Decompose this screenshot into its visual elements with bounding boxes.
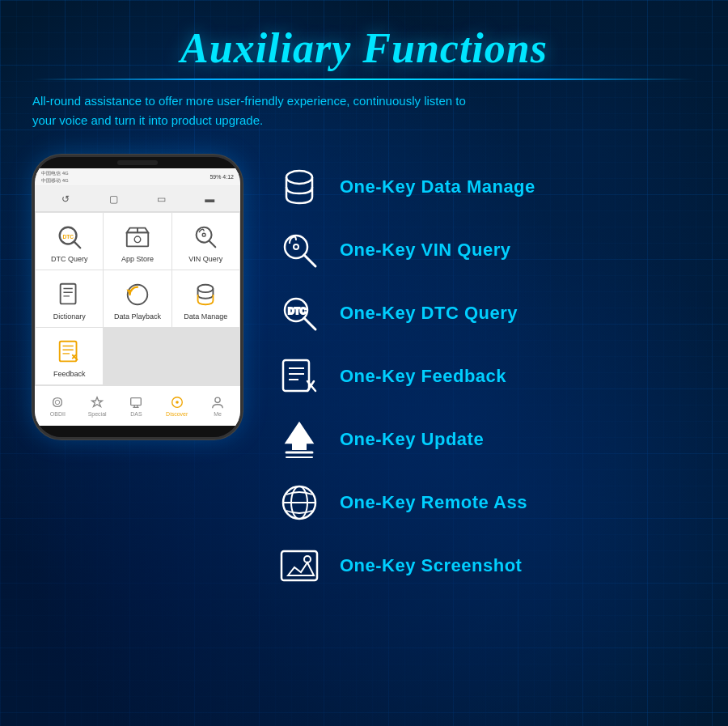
grid-label-dictionary: Dictionary bbox=[53, 312, 86, 321]
svg-rect-3 bbox=[127, 232, 148, 246]
vin-icon bbox=[191, 223, 220, 252]
feature-label-feedback: One-Key Feedback bbox=[340, 366, 506, 387]
appstore-icon bbox=[123, 223, 152, 252]
tab-discover[interactable]: Discover bbox=[166, 395, 188, 417]
grid-label-datamanage: Data Manage bbox=[184, 312, 227, 321]
remote-icon bbox=[275, 478, 324, 527]
feature-update: One-Key Update bbox=[275, 415, 696, 464]
svg-text:DTC: DTC bbox=[288, 306, 307, 316]
feature-screenshot: One-Key Screenshot bbox=[275, 541, 696, 590]
grid-item-playback[interactable]: Data Playback bbox=[104, 270, 171, 327]
feature-label-vin-query: One-Key VIN Query bbox=[340, 240, 510, 261]
grid-label-vin: VIN Query bbox=[188, 255, 222, 263]
svg-point-8 bbox=[203, 233, 206, 236]
phone-container: 中国电信 4G 中国移动 4G 59% 4:12 ↺ ▢ ▭ ▬ bbox=[32, 155, 251, 439]
feature-remote: One-Key Remote Ass bbox=[275, 478, 696, 527]
phone-bottom-bar: OBDII Special bbox=[35, 385, 240, 426]
toolbar-more-icon: ▬ bbox=[202, 192, 217, 206]
grid-item-feedback[interactable]: Feedback bbox=[36, 328, 103, 384]
tab-obdii-label: OBDII bbox=[50, 411, 66, 417]
tab-me[interactable]: Me bbox=[210, 395, 225, 417]
svg-line-28 bbox=[304, 255, 315, 266]
grid-label-playback: Data Playback bbox=[114, 312, 161, 321]
phone-status-right: 59% 4:12 bbox=[210, 174, 234, 180]
feature-dtc-query: DTC One-Key DTC Query bbox=[275, 289, 696, 338]
playback-icon bbox=[123, 280, 152, 309]
phone-toolbar: ↺ ▢ ▭ ▬ bbox=[35, 186, 240, 212]
feature-label-data-manage: One-Key Data Manage bbox=[340, 176, 535, 197]
phone-status-bar: 中国电信 4G 中国移动 4G 59% 4:12 bbox=[35, 168, 240, 186]
feature-label-update: One-Key Update bbox=[340, 429, 484, 450]
dictionary-icon bbox=[55, 280, 84, 309]
title-divider bbox=[32, 79, 696, 80]
feature-data-manage: One-Key Data Manage bbox=[275, 163, 696, 211]
phone-status-left: 中国电信 4G 中国移动 4G bbox=[41, 170, 69, 185]
toolbar-edit-icon: ▢ bbox=[106, 192, 121, 206]
svg-line-31 bbox=[304, 318, 315, 329]
phone-app-grid: DTC DTC Query bbox=[35, 212, 240, 385]
feedback-big-icon bbox=[275, 352, 324, 401]
phone-bottom bbox=[35, 426, 240, 437]
update-icon bbox=[275, 415, 324, 464]
svg-line-1 bbox=[74, 242, 80, 248]
main-layout: 中国电信 4G 中国移动 4G 59% 4:12 ↺ ▢ ▭ ▬ bbox=[32, 155, 696, 590]
screenshot-icon bbox=[275, 541, 324, 590]
feature-label-screenshot: One-Key Screenshot bbox=[340, 555, 522, 576]
phone-top bbox=[35, 157, 240, 168]
svg-rect-40 bbox=[293, 443, 306, 449]
tab-das-label: DAS bbox=[130, 411, 142, 417]
phone-mockup: 中国电信 4G 中国移动 4G 59% 4:12 ↺ ▢ ▭ ▬ bbox=[32, 155, 243, 439]
tab-obdii[interactable]: OBDII bbox=[50, 395, 66, 417]
svg-point-25 bbox=[215, 397, 220, 402]
tab-special-label: Special bbox=[88, 411, 107, 417]
feature-label-dtc-query: One-Key DTC Query bbox=[340, 303, 518, 324]
toolbar-refresh-icon: ↺ bbox=[58, 192, 73, 206]
carrier-2: 中国移动 4G bbox=[41, 177, 69, 185]
grid-item-dtc[interactable]: DTC DTC Query bbox=[36, 213, 103, 270]
grid-item-vin[interactable]: VIN Query bbox=[172, 213, 239, 270]
toolbar-screen-icon: ▭ bbox=[154, 192, 169, 206]
grid-item-datamanage[interactable]: Data Manage bbox=[172, 270, 239, 327]
feature-vin-query: One-Key VIN Query bbox=[275, 226, 696, 274]
grid-label-dtc: DTC Query bbox=[51, 255, 88, 263]
tab-das[interactable]: DAS bbox=[129, 395, 143, 417]
dtc-query-big-icon: DTC bbox=[275, 289, 324, 338]
features-list: One-Key Data Manage One-Key VIN Query bbox=[275, 155, 696, 590]
grid-item-appstore[interactable]: App Store bbox=[104, 213, 171, 270]
tab-special[interactable]: Special bbox=[88, 395, 107, 417]
svg-point-14 bbox=[198, 285, 214, 292]
feedback-icon bbox=[55, 338, 84, 367]
feature-feedback: One-Key Feedback bbox=[275, 352, 696, 401]
grid-label-feedback: Feedback bbox=[53, 370, 86, 378]
phone-screen: 中国电信 4G 中国移动 4G 59% 4:12 ↺ ▢ ▭ ▬ bbox=[35, 168, 240, 426]
svg-line-7 bbox=[210, 241, 216, 248]
page-subtitle: All-round assistance to offer more user-… bbox=[32, 91, 485, 130]
svg-point-29 bbox=[294, 244, 298, 249]
svg-point-26 bbox=[286, 171, 312, 184]
svg-text:DTC: DTC bbox=[62, 234, 74, 240]
dtc-query-icon: DTC bbox=[55, 223, 84, 252]
svg-marker-39 bbox=[286, 423, 312, 443]
tab-discover-label: Discover bbox=[166, 411, 188, 417]
vin-query-icon bbox=[275, 226, 324, 274]
svg-rect-9 bbox=[60, 284, 75, 304]
svg-point-4 bbox=[134, 236, 141, 243]
carrier-1: 中国电信 4G bbox=[41, 170, 69, 177]
svg-rect-33 bbox=[283, 360, 309, 391]
svg-rect-15 bbox=[59, 342, 76, 362]
data-manage-icon bbox=[275, 163, 324, 211]
tab-me-label: Me bbox=[214, 411, 222, 417]
grid-label-appstore: App Store bbox=[121, 255, 154, 263]
grid-item-dictionary[interactable]: Dictionary bbox=[36, 270, 103, 327]
page-title: Auxiliary Functions bbox=[32, 24, 696, 72]
feature-label-remote: One-Key Remote Ass bbox=[340, 492, 527, 513]
datamanage-icon bbox=[191, 280, 220, 309]
svg-rect-19 bbox=[131, 398, 142, 405]
svg-point-24 bbox=[176, 401, 179, 404]
